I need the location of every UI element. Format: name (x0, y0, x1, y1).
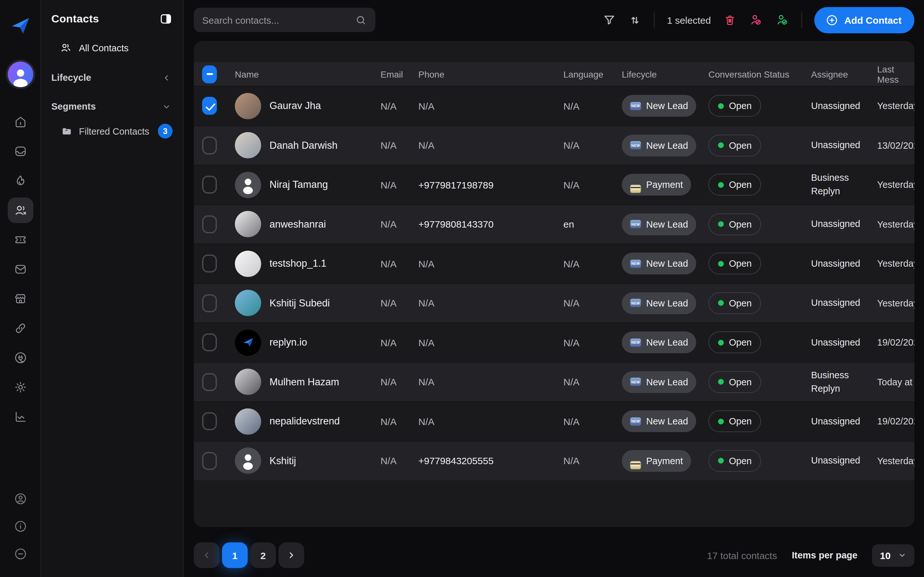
lifecycle-badge: NEW New Lead (622, 135, 696, 156)
last-message-cell: Yesterday (877, 219, 914, 229)
row-checkbox[interactable] (202, 137, 217, 155)
assignee-cell: Business Replyn (811, 171, 877, 198)
sidebar-collapse-icon[interactable] (159, 12, 173, 26)
table-row[interactable]: Mulhem Hazam N/A N/A N/A NEW New Lead Op… (194, 362, 914, 401)
email-cell: N/A (381, 456, 418, 466)
segment-label: Filtered Contacts (79, 126, 149, 136)
table-row[interactable]: Gaurav Jha N/A N/A N/A NEW New Lead Open… (194, 86, 914, 125)
mail-icon[interactable] (7, 256, 33, 282)
plus-circle-icon (825, 13, 838, 27)
row-checkbox[interactable] (202, 215, 217, 234)
language-cell: N/A (564, 298, 622, 309)
items-per-page-select[interactable]: 10 (872, 544, 914, 566)
contact-name: Mulhem Hazam (270, 376, 339, 388)
sidebar-item-all-contacts[interactable]: All Contacts (51, 42, 173, 54)
email-cell: N/A (381, 258, 418, 269)
select-all-checkbox[interactable] (202, 65, 217, 83)
row-checkbox[interactable] (202, 452, 217, 470)
page-button-2[interactable]: 2 (250, 542, 276, 568)
status-badge: Open (708, 174, 761, 196)
status-badge: Open (708, 371, 761, 393)
table-row[interactable]: replyn.io N/A N/A N/A NEW New Lead Open … (194, 322, 914, 362)
status-dot-icon (718, 143, 724, 148)
approve-contact-icon[interactable] (775, 13, 789, 27)
row-checkbox[interactable] (202, 413, 217, 430)
lifecycle-label: New Lead (646, 219, 688, 229)
chevron-down-icon (162, 102, 171, 111)
status-dot-icon (718, 300, 724, 306)
divider (801, 11, 802, 28)
column-header: Last Mess (877, 64, 914, 84)
prev-page-button[interactable] (194, 542, 220, 568)
lifecycle-label: Payment (646, 456, 683, 466)
minimize-icon[interactable] (9, 542, 32, 566)
email-cell: N/A (381, 101, 418, 111)
table-row[interactable]: Kshitij N/A +9779843205555 N/A Payment O… (194, 441, 914, 480)
language-cell: N/A (564, 456, 622, 466)
email-cell: N/A (381, 140, 418, 151)
email-cell: N/A (381, 219, 418, 230)
email-cell: N/A (381, 337, 418, 348)
table-row[interactable]: Kshitij Subedi N/A N/A N/A NEW New Lead … (194, 283, 914, 322)
table-row[interactable]: Niraj Tamang N/A +9779817198789 N/A Paym… (194, 165, 914, 204)
status-label: Open (729, 298, 752, 308)
profile-icon[interactable] (9, 487, 32, 510)
sidebar-section-segments[interactable]: Segments (51, 101, 173, 111)
assignee-cell: Unassigned (811, 454, 877, 467)
filter-icon[interactable] (603, 13, 616, 27)
status-label: Open (729, 180, 752, 190)
flame-icon[interactable] (7, 168, 33, 193)
add-contact-button[interactable]: Add Contact (814, 7, 914, 33)
row-checkbox[interactable] (202, 334, 217, 351)
status-label: Open (729, 456, 752, 466)
column-header: Lifecycle (622, 69, 708, 79)
search-input[interactable] (202, 15, 355, 25)
table-row[interactable]: nepalidevstrend N/A N/A N/A NEW New Lead… (194, 401, 914, 441)
email-cell: N/A (381, 179, 418, 190)
table-row[interactable]: testshop_1.1 N/A N/A N/A NEW New Lead Op… (194, 243, 914, 283)
last-message-cell: 13/02/202 (877, 140, 914, 151)
contact-name: replyn.io (270, 337, 307, 348)
last-message-cell: Yesterday (877, 101, 914, 111)
ticket-icon[interactable] (7, 227, 33, 253)
integrations-icon[interactable] (7, 345, 33, 371)
home-icon[interactable] (7, 109, 33, 135)
lifecycle-badge: NEW New Lead (622, 253, 696, 275)
phone-cell: N/A (418, 337, 564, 348)
table-row[interactable]: Danah Darwish N/A N/A N/A NEW New Lead O… (194, 125, 914, 165)
contact-name: anweshanrai (270, 219, 326, 230)
lifecycle-icon: NEW (630, 378, 641, 386)
store-icon[interactable] (7, 286, 33, 311)
phone-cell: N/A (418, 416, 564, 427)
sort-swap-icon[interactable] (628, 13, 642, 27)
last-message-cell: Today at 1 (877, 377, 914, 387)
language-cell: N/A (564, 258, 622, 269)
info-icon[interactable] (9, 515, 32, 538)
sidebar-item-label: All Contacts (79, 43, 129, 53)
row-checkbox[interactable] (202, 294, 217, 312)
sidebar-item-filtered-contacts[interactable]: Filtered Contacts 3 (51, 124, 173, 139)
settings-icon[interactable] (7, 374, 33, 400)
section-label: Segments (51, 101, 96, 111)
next-page-button[interactable] (278, 542, 304, 568)
table-row[interactable]: anweshanrai N/A +9779808143370 en NEW Ne… (194, 204, 914, 243)
delete-icon[interactable] (723, 13, 737, 27)
link-icon[interactable] (7, 316, 33, 341)
contact-avatar (235, 369, 261, 395)
language-cell: N/A (564, 140, 622, 151)
status-dot-icon (718, 458, 724, 464)
sidebar-section-lifecycle[interactable]: Lifecycle (51, 73, 173, 83)
row-checkbox[interactable] (202, 176, 217, 194)
inbox-icon[interactable] (7, 139, 33, 164)
block-contact-icon[interactable] (749, 13, 763, 27)
table-filler (194, 480, 914, 527)
workspace-avatar[interactable] (7, 61, 33, 87)
page-button-1[interactable]: 1 (222, 542, 248, 568)
row-checkbox[interactable] (202, 255, 217, 273)
row-checkbox[interactable] (202, 373, 217, 391)
language-cell: en (564, 219, 622, 230)
analytics-icon[interactable] (7, 404, 33, 430)
contact-avatar (235, 211, 261, 237)
contacts-icon[interactable] (7, 197, 33, 223)
row-checkbox[interactable] (202, 97, 217, 115)
